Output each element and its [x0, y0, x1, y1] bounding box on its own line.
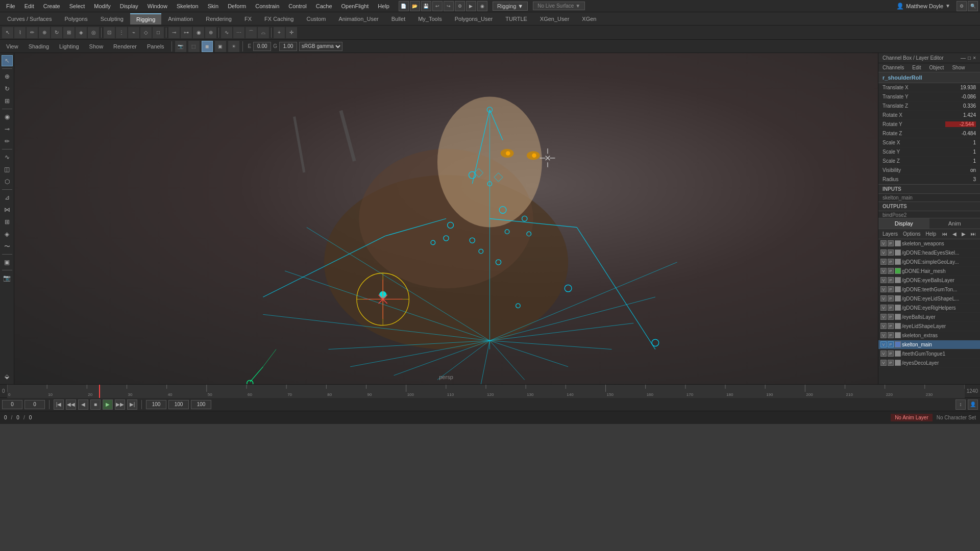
menu-control[interactable]: Control: [284, 2, 310, 10]
menu-skeleton[interactable]: Skeleton: [173, 2, 203, 10]
attr-scale-x[interactable]: Scale X 1: [878, 138, 980, 147]
ipr-icon[interactable]: ◉: [477, 1, 487, 11]
layer-eyes-deco[interactable]: V P /eyesDecoLayer: [878, 359, 980, 368]
lattice-icon[interactable]: ⊞: [2, 216, 13, 228]
layer-v-btn-6[interactable]: V: [880, 295, 887, 302]
camera-icon[interactable]: 📷: [2, 272, 13, 284]
menu-deform[interactable]: Deform: [224, 2, 250, 10]
range-start-input[interactable]: [146, 400, 166, 409]
step-fwd-btn[interactable]: ▶▶: [115, 399, 125, 410]
menu-constrain[interactable]: Constrain: [251, 2, 283, 10]
tab-my-tools[interactable]: My_Tools: [412, 14, 448, 24]
layer-p-btn-6[interactable]: P: [888, 295, 894, 302]
viewport-icon[interactable]: ▣: [2, 257, 13, 268]
vp-texture-icon[interactable]: ▣: [215, 41, 226, 52]
layer-skelton-main[interactable]: V P skelton_main: [878, 340, 980, 349]
scale-mode-icon[interactable]: ⊞: [2, 95, 13, 107]
snap-grid[interactable]: ⋮: [116, 27, 127, 38]
undo-icon[interactable]: ↩: [432, 1, 443, 11]
anim-tab[interactable]: Anim: [929, 218, 981, 229]
tab-bullet[interactable]: Bullet: [385, 14, 412, 24]
layer-p-btn-10[interactable]: P: [888, 332, 894, 338]
layer-v-btn-7[interactable]: V: [880, 305, 887, 311]
vp-wireframe-icon[interactable]: ⬚: [188, 41, 200, 52]
joint-mode-icon[interactable]: ◉: [2, 111, 13, 122]
layer-simple-geo[interactable]: V P /gDONE:simpleGeoLay...: [878, 258, 980, 267]
cluster-icon[interactable]: ◈: [2, 229, 13, 240]
cb-tab-channels[interactable]: Channels: [878, 63, 908, 72]
blend-shape-icon[interactable]: ⊿: [2, 192, 13, 203]
layer-name-0[interactable]: skeleton_weapons: [902, 241, 978, 246]
curve-cv[interactable]: ∿: [221, 27, 232, 38]
ik-mode-icon[interactable]: ⊸: [2, 123, 13, 135]
layer-nav-first[interactable]: ⏮: [940, 230, 949, 238]
input-skelton-main[interactable]: skelton_main: [878, 194, 980, 202]
ik-handle[interactable]: ⊸: [168, 27, 180, 38]
vp-shading[interactable]: Shading: [24, 42, 53, 51]
status-char-set[interactable]: No Character Set: [937, 415, 976, 420]
layer-v-btn-0[interactable]: V: [880, 240, 887, 246]
layer-eyelid-shape[interactable]: V P /gDONE:eyeLidShapeL...: [878, 294, 980, 304]
tab-xgen-user[interactable]: XGen_User: [534, 14, 575, 24]
scale-tool[interactable]: ⊞: [63, 27, 75, 38]
uv-icon[interactable]: ⬙: [2, 371, 13, 382]
stop-btn[interactable]: ■: [90, 399, 101, 410]
range-end2-input[interactable]: [191, 400, 211, 409]
layer-name-9[interactable]: /eyeLidShapeLayer: [902, 323, 978, 329]
menu-display[interactable]: Display: [116, 2, 142, 10]
viewport[interactable]: persp: [14, 53, 878, 384]
vp-show[interactable]: Show: [85, 42, 108, 51]
user-dropdown-icon[interactable]: ▼: [945, 3, 950, 9]
layer-v-btn-10[interactable]: V: [880, 332, 887, 338]
universal-manip[interactable]: ◈: [76, 27, 87, 38]
bezier[interactable]: ⌒: [246, 27, 257, 38]
live-surface-btn[interactable]: No Live Surface ▼: [533, 2, 585, 10]
tab-fx-caching[interactable]: FX Caching: [258, 14, 300, 24]
select-mode-icon[interactable]: ↖: [2, 55, 13, 66]
layer-v-btn-3[interactable]: V: [880, 268, 887, 274]
menu-create[interactable]: Create: [39, 2, 64, 10]
anim-layer-icon[interactable]: ↕: [955, 399, 966, 410]
vp-lighting[interactable]: Lighting: [55, 42, 83, 51]
menu-help[interactable]: Help: [374, 2, 394, 10]
plus-icon[interactable]: +: [274, 27, 285, 38]
rotate-tool[interactable]: ↻: [51, 27, 62, 38]
menu-window[interactable]: Window: [143, 2, 172, 10]
deformer-icon[interactable]: ⋈: [2, 204, 13, 215]
poly-mode-icon[interactable]: ⬡: [2, 176, 13, 187]
layer-name-12[interactable]: /teethGumTongue1: [902, 351, 978, 357]
wire-icon[interactable]: 〜: [2, 241, 13, 252]
layer-p-btn-4[interactable]: P: [888, 277, 894, 283]
play-fwd-btn[interactable]: ▶: [103, 399, 113, 410]
vp-smooth-icon[interactable]: ◼: [202, 41, 213, 52]
current-frame-input[interactable]: [24, 400, 45, 409]
layers-btn[interactable]: Layers: [880, 230, 900, 238]
play-back-btn[interactable]: ◀: [78, 399, 88, 410]
vp-view[interactable]: View: [2, 42, 22, 51]
render-icon[interactable]: ▶: [466, 1, 476, 11]
goto-start-btn[interactable]: |◀: [54, 399, 64, 410]
attr-translate-x[interactable]: Translate X 19.938: [878, 83, 980, 92]
layer-p-btn-5[interactable]: P: [888, 286, 894, 292]
vp-camera-icon[interactable]: 📷: [175, 41, 186, 52]
save-scene-icon[interactable]: 💾: [421, 1, 431, 11]
start-frame-input[interactable]: [2, 400, 22, 409]
options-btn[interactable]: Options: [901, 230, 922, 238]
right-panel-minimize[interactable]: —: [961, 55, 966, 61]
menu-file[interactable]: File: [2, 2, 19, 10]
layer-v-btn-11[interactable]: V: [880, 341, 887, 347]
attr-rotate-z[interactable]: Rotate Z -0.484: [878, 129, 980, 138]
search-icon[interactable]: 🔍: [968, 1, 978, 11]
paint-tool[interactable]: ✏: [27, 27, 38, 38]
paint-skin-icon[interactable]: ✏: [2, 136, 13, 147]
curve-mode-icon[interactable]: ∿: [2, 152, 13, 163]
tab-polygons-user[interactable]: Polygons_User: [449, 14, 499, 24]
show-manip[interactable]: ⊡: [104, 27, 115, 38]
menu-modify[interactable]: Modify: [90, 2, 114, 10]
user-name[interactable]: Matthew Doyle: [906, 3, 943, 9]
layer-hair-mesh[interactable]: V P gDONE:Hair_mesh: [878, 267, 980, 276]
layer-v-btn-4[interactable]: V: [880, 277, 887, 283]
right-panel-expand[interactable]: □: [968, 55, 971, 61]
status-anim-layer[interactable]: No Anim Layer: [891, 414, 933, 421]
layer-v-btn-1[interactable]: V: [880, 249, 887, 256]
